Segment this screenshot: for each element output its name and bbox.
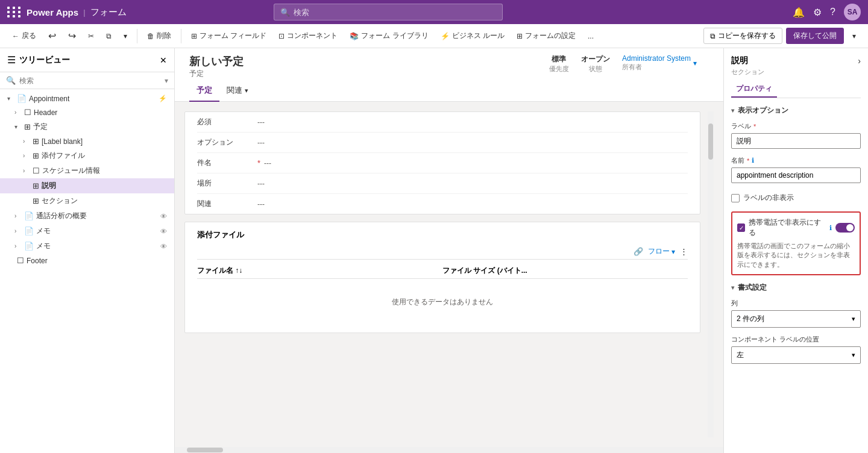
copy-save-button[interactable]: ⧉ コピーを保存する bbox=[703, 28, 782, 44]
tree-item-memo-1[interactable]: › 📄 メモ 👁 bbox=[0, 223, 174, 239]
form-meta-status: オープン 状態 bbox=[581, 54, 610, 73]
tree-item-description[interactable]: ⊞ 説明 bbox=[0, 178, 174, 193]
undo-button[interactable]: ↩ bbox=[43, 28, 61, 44]
expand-icon: › bbox=[14, 243, 22, 249]
columns-dropdown[interactable]: 2 件の列 ▾ bbox=[731, 310, 861, 328]
mobile-hide-checkbox[interactable] bbox=[737, 223, 745, 232]
field-row-option: オプション --- bbox=[197, 133, 688, 153]
cut-button[interactable]: ✂ bbox=[83, 30, 99, 43]
sidebar-search: 🔍 ▾ bbox=[0, 72, 174, 89]
mobile-hide-section: 携帯電話で非表示にする ℹ 携帯電話の画面でこのフォームの縮小版を表示するには、… bbox=[731, 211, 861, 275]
tab-related[interactable]: 関連 ▾ bbox=[219, 80, 256, 102]
tree-item-memo-2[interactable]: › 📄 メモ 👁 bbox=[0, 239, 174, 254]
column-filename[interactable]: ファイル名 ↑↓ bbox=[197, 266, 442, 276]
tree-item-label: 予定 bbox=[33, 122, 167, 132]
vertical-scrollbar[interactable] bbox=[708, 111, 714, 437]
expand-icon: › bbox=[14, 228, 22, 234]
format-section: ▾ 書式設定 列 2 件の列 ▾ コンポーネント ラベルの位置 左 ▾ bbox=[731, 283, 861, 364]
tree-item-schedule[interactable]: › ☐ スケジュール情報 bbox=[0, 163, 174, 178]
tree-item-appointment[interactable]: ▾ 📄 Appointment ⚡ bbox=[0, 92, 174, 105]
name-input[interactable] bbox=[731, 167, 861, 183]
search-input[interactable] bbox=[294, 8, 496, 17]
tree-item-label: メモ bbox=[36, 241, 158, 251]
expand-icon: › bbox=[14, 213, 22, 219]
tree-item-footer[interactable]: ☐ Footer bbox=[0, 254, 174, 267]
field-value-required: --- bbox=[257, 118, 265, 127]
owner-chevron-icon[interactable]: ▾ bbox=[693, 59, 697, 67]
sidebar-search-input[interactable] bbox=[19, 77, 161, 85]
required-star-name: * bbox=[747, 157, 749, 164]
form-meta-owner[interactable]: Administrator System 所有者 ▾ bbox=[622, 54, 697, 72]
notification-icon[interactable]: 🔔 bbox=[793, 7, 805, 18]
form-settings-button[interactable]: ⊞ フォームの設定 bbox=[512, 28, 580, 43]
flow-button[interactable]: フロー ▾ bbox=[648, 246, 675, 257]
format-collapse-icon: ▾ bbox=[731, 284, 734, 291]
global-search-bar[interactable]: 🔍 bbox=[274, 4, 503, 20]
collapse-icon: ▾ bbox=[731, 107, 734, 114]
tree-item-yotei[interactable]: ▾ ⊞ 予定 bbox=[0, 119, 174, 134]
panel-chevron-icon[interactable]: › bbox=[858, 56, 861, 66]
back-button[interactable]: ← 戻る bbox=[7, 28, 41, 43]
avatar[interactable]: SA bbox=[844, 4, 861, 20]
mobile-toggle[interactable] bbox=[835, 223, 855, 233]
hide-label-checkbox[interactable] bbox=[731, 194, 740, 202]
eye-icon-1: 👁 bbox=[160, 213, 167, 220]
tab-properties[interactable]: プロパティ bbox=[731, 81, 777, 98]
help-icon[interactable]: ? bbox=[830, 7, 835, 17]
separator-1 bbox=[137, 29, 137, 43]
info-icon: ℹ bbox=[752, 157, 754, 164]
settings-icon[interactable]: ⚙ bbox=[813, 7, 822, 18]
main-layout: ☰ ツリービュー ✕ 🔍 ▾ ▾ 📄 Appointment ⚡ › ☐ bbox=[0, 48, 868, 453]
sidebar: ☰ ツリービュー ✕ 🔍 ▾ ▾ 📄 Appointment ⚡ › ☐ bbox=[0, 48, 175, 453]
owner-label: Administrator System bbox=[622, 54, 691, 63]
more-options-icon[interactable]: ⋮ bbox=[680, 247, 688, 256]
tree-item-label: Header bbox=[34, 108, 167, 117]
form-library-button[interactable]: 📚 フォーム ライブラリ bbox=[345, 28, 433, 43]
tree-item-call-analysis[interactable]: › 📄 通話分析の概要 👁 bbox=[0, 208, 174, 223]
column-filesize[interactable]: ファイル サイズ (バイト... bbox=[442, 266, 688, 276]
components-button[interactable]: ⊡ コンポーネント bbox=[274, 28, 342, 43]
field-label-option: オプション bbox=[197, 137, 257, 148]
field-label-related: 関連 bbox=[197, 199, 257, 209]
header-icon: ☐ bbox=[24, 108, 31, 117]
field-required-star: * bbox=[257, 158, 260, 167]
nav-icons: 🔔 ⚙ ? SA bbox=[793, 4, 861, 20]
panel-subtitle: セクション bbox=[731, 67, 861, 77]
mobile-hide-checkbox-row[interactable]: 携帯電話で非表示にする ℹ bbox=[737, 217, 855, 238]
attachment-header-row: ファイル名 ↑↓ ファイル サイズ (バイト... bbox=[197, 263, 688, 279]
apps-menu-icon[interactable] bbox=[7, 7, 22, 17]
columns-label: 列 bbox=[731, 299, 861, 308]
horizontal-scrollbar-thumb bbox=[187, 448, 223, 452]
save-dropdown-button[interactable]: ▾ bbox=[848, 30, 861, 43]
delete-button[interactable]: 🗑 削除 bbox=[142, 28, 176, 43]
tab-arrow-icon: ▾ bbox=[245, 87, 248, 95]
hide-label-checkbox-row[interactable]: ラベルの非表示 bbox=[731, 190, 861, 205]
redo-button[interactable]: ↪ bbox=[63, 28, 81, 44]
form-title: 新しい予定 bbox=[189, 54, 244, 69]
dropdown-button[interactable]: ▾ bbox=[119, 30, 132, 43]
form-fields-button[interactable]: ⊞ フォーム フィールド bbox=[186, 28, 271, 43]
business-rules-button[interactable]: ⚡ ビジネス ルール bbox=[436, 28, 509, 43]
copy-button[interactable]: ⧉ bbox=[101, 30, 116, 43]
section-icon: ⊞ bbox=[33, 196, 39, 205]
save-publish-button[interactable]: 保存して公開 bbox=[786, 28, 844, 44]
cmd-right-actions: ⧉ コピーを保存する 保存して公開 ▾ bbox=[703, 28, 861, 44]
component-label-pos-dropdown[interactable]: 左 ▾ bbox=[731, 346, 861, 364]
separator-2 bbox=[181, 29, 181, 43]
label-input[interactable] bbox=[731, 133, 861, 149]
close-sidebar-icon[interactable]: ✕ bbox=[160, 55, 167, 65]
tree-item-label: Footer bbox=[27, 257, 167, 265]
sidebar-menu-icon[interactable]: ☰ bbox=[7, 54, 16, 66]
more-button[interactable]: ... bbox=[583, 30, 599, 43]
filter-icon[interactable]: ▾ bbox=[165, 77, 168, 85]
nav-separator: | bbox=[83, 8, 85, 17]
lightning-icon: ⚡ bbox=[159, 95, 167, 102]
toggle-track[interactable] bbox=[835, 223, 855, 233]
tree-item-attachment[interactable]: › ⊞ 添付ファイル bbox=[0, 148, 174, 163]
tree-item-header[interactable]: › ☐ Header bbox=[0, 105, 174, 119]
tree-item-label-blank[interactable]: › ⊞ [Label blank] bbox=[0, 134, 174, 148]
form-header: 新しい予定 予定 標準 優先度 オープン 状態 Administrator Sy… bbox=[175, 48, 723, 102]
tree-item-section[interactable]: ⊞ セクション bbox=[0, 193, 174, 208]
tab-yotei[interactable]: 予定 bbox=[189, 80, 219, 102]
horizontal-scrollbar[interactable] bbox=[175, 447, 723, 453]
